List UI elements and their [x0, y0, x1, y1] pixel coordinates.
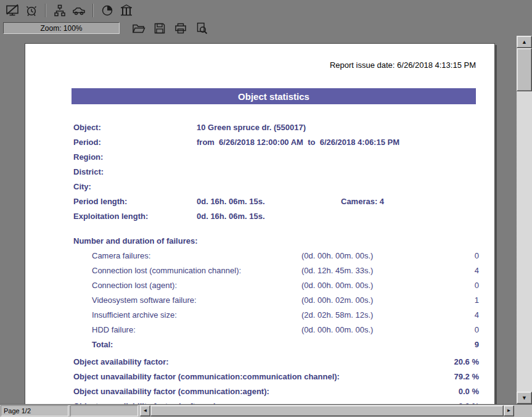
network-button[interactable] [52, 3, 68, 18]
scroll-down-button[interactable]: ▼ [517, 392, 532, 404]
zoom-level-control[interactable]: Zoom: 100% [3, 22, 120, 34]
vertical-scrollbar[interactable]: ▲ ▼ [517, 36, 532, 404]
failure-duration: (0d. 00h. 00m. 00s.) [301, 249, 406, 263]
factor-value: 0.0 % [459, 399, 479, 404]
failure-duration: (0d. 00h. 00m. 00s.) [301, 323, 406, 337]
monitor-display-button[interactable] [4, 3, 20, 18]
failure-row: HDD failure: (0d. 00h. 00m. 00s.) 0 [25, 323, 494, 337]
main-toolbar [0, 0, 532, 20]
factor-row: Object availability factor: 20.6 % [25, 355, 494, 370]
field-label: District: [73, 165, 197, 180]
left-arrow-icon: ◄ [143, 408, 148, 413]
status-panel-empty [70, 405, 138, 416]
up-arrow-icon: ▲ [522, 39, 527, 45]
field-label: Exploitation length: [73, 209, 197, 224]
factor-row: Object unavailability factor (software):… [25, 399, 494, 404]
failures-heading: Number and duration of failures: [25, 234, 494, 249]
network-icon [54, 4, 66, 17]
failure-label: Videosystem software failure: [92, 293, 301, 308]
page-indicator-label: Page 1/2 [4, 407, 31, 415]
failure-duration: (0d. 00h. 02m. 00s.) [301, 293, 406, 308]
factor-label: Object unavailability factor (communicat… [73, 370, 454, 384]
down-arrow-icon: ▼ [522, 395, 527, 401]
factor-row: Object unavailability factor (communicat… [25, 370, 494, 384]
failures-table: Camera failures: (0d. 00h. 00m. 00s.) 0 … [25, 249, 494, 352]
status-bar: Page 1/2 ◄ ► [0, 404, 532, 417]
failure-count: 4 [406, 308, 479, 323]
open-folder-icon [132, 22, 145, 35]
factor-label: Object availability factor: [73, 355, 454, 370]
print-button[interactable] [173, 21, 189, 36]
failure-row: Videosystem software failure: (0d. 00h. … [25, 293, 494, 308]
factor-value: 20.6 % [454, 355, 479, 370]
horizontal-scroll-track[interactable] [150, 405, 504, 416]
bank-building-icon [120, 4, 133, 17]
failure-label: Connection lost (communication channel): [92, 263, 301, 278]
field-label: Period: [73, 135, 197, 150]
report-page: Report issue date: 6/26/2018 4:13:15 PM … [25, 43, 495, 404]
right-arrow-icon: ► [507, 408, 512, 413]
vertical-scroll-thumb[interactable] [517, 48, 532, 91]
page-indicator: Page 1/2 [1, 405, 68, 416]
open-button[interactable] [131, 21, 147, 36]
horizontal-scrollbar[interactable]: ◄ ► [140, 405, 514, 416]
failure-row: Connection lost (communication channel):… [25, 263, 494, 278]
toolbar-separator [92, 4, 94, 17]
clock-pie-button[interactable] [99, 3, 115, 18]
report-title-bar: Object statistics [72, 88, 476, 104]
field-row-period: Period: from 6/26/2018 12:00:00 AM to 6/… [25, 135, 494, 150]
report-issue-date: Report issue date: 6/26/2018 4:13:15 PM [25, 60, 494, 70]
monitor-slash-icon [6, 4, 19, 17]
toolbar-separator [45, 4, 46, 17]
report-canvas: Report issue date: 6/26/2018 4:13:15 PM … [0, 36, 517, 404]
cameras-count-label: Cameras: 4 [341, 194, 384, 209]
vertical-scroll-track[interactable] [517, 48, 532, 392]
scroll-up-button[interactable]: ▲ [517, 36, 532, 48]
field-row-district: District: [25, 165, 494, 180]
alarm-clock-button[interactable] [23, 3, 39, 18]
failure-duration: (0d. 00h. 00m. 00s.) [301, 278, 406, 293]
factor-value: 0.0 % [459, 384, 479, 399]
car-button[interactable] [71, 3, 87, 18]
factor-value: 79.2 % [454, 370, 479, 384]
failure-count: 4 [406, 263, 479, 278]
field-row-exploitation-length: Exploitation length: 0d. 16h. 06m. 15s. [25, 209, 494, 224]
field-value: 10 Green spruce dr. (550017) [197, 120, 306, 135]
factors-section: Object availability factor: 20.6 % Objec… [25, 355, 494, 404]
alarm-clock-icon [25, 4, 38, 17]
total-count: 9 [406, 337, 479, 352]
total-label: Total: [92, 337, 301, 352]
field-row-period-length: Period length: 0d. 16h. 06m. 15s. Camera… [25, 194, 494, 209]
failure-label: Insufficient archive size: [92, 308, 301, 323]
failure-row: Insufficient archive size: (2d. 02h. 58m… [25, 308, 494, 323]
failure-label: Camera failures: [92, 249, 301, 263]
clock-pie-icon [101, 4, 113, 17]
file-toolbar: Zoom: 100% [0, 20, 532, 36]
field-label: Period length: [73, 194, 197, 209]
scroll-left-button[interactable]: ◄ [140, 405, 150, 416]
scroll-right-button[interactable]: ► [504, 405, 514, 416]
field-value: 0d. 16h. 06m. 15s. [197, 194, 341, 209]
factor-label: Object unavailability factor (software): [73, 399, 459, 404]
car-icon [72, 4, 86, 17]
factor-row: Object unavailability factor (communicat… [25, 384, 494, 399]
preview-button[interactable] [194, 21, 210, 36]
failures-total-row: Total: 9 [25, 337, 494, 352]
field-value: from 6/26/2018 12:00:00 AM to 6/26/2018 … [197, 135, 399, 150]
field-label: City: [73, 180, 197, 194]
failure-count: 0 [406, 323, 479, 337]
field-row-city: City: [25, 180, 494, 194]
failure-label: Connection lost (agent): [92, 278, 301, 293]
main-area: Report issue date: 6/26/2018 4:13:15 PM … [0, 36, 532, 404]
save-button[interactable] [152, 21, 168, 36]
zoom-label: Zoom: 100% [40, 24, 82, 33]
save-icon [153, 22, 166, 35]
failure-label: HDD failure: [92, 323, 301, 337]
statistics-button[interactable] [118, 3, 134, 18]
failure-duration: (0d. 12h. 45m. 33s.) [301, 263, 406, 278]
field-label: Region: [73, 150, 197, 165]
print-icon [174, 22, 187, 35]
horizontal-scroll-thumb[interactable] [150, 405, 504, 416]
report-title: Object statistics [238, 91, 309, 102]
failure-count: 0 [406, 249, 479, 263]
